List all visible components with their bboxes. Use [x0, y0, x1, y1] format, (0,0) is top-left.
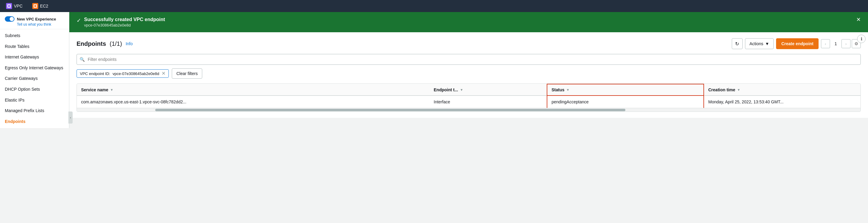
sidebar-collapse-button[interactable]: ‹ [68, 112, 73, 124]
sidebar: New VPC Experience Tell us what you thin… [0, 12, 69, 128]
filter-tag-remove-button[interactable]: ✕ [161, 71, 165, 76]
create-endpoint-button[interactable]: Create endpoint [776, 38, 818, 49]
sort-icon-service: ▼ [110, 88, 113, 92]
sidebar-item-elastic-ips[interactable]: Elastic IPs [0, 95, 69, 106]
sidebar-item-subnets[interactable]: Subnets [0, 30, 69, 41]
sidebar-item-label: Managed Prefix Lists [5, 108, 44, 113]
search-icon: 🔍 [80, 57, 85, 62]
horizontal-scrollbar[interactable] [77, 108, 861, 112]
sidebar-item-endpoints[interactable]: Endpoints [0, 116, 69, 127]
cell-creation-time: Monday, April 25, 2022, 13:53:40 GMT... [704, 96, 861, 108]
table-row[interactable]: com.amazonaws.vpce.us-east-1.vpce-svc-08… [77, 96, 861, 108]
col-header-service-name-label: Service name [81, 87, 108, 92]
sidebar-item-dhcp-option-sets[interactable]: DHCP Option Sets [0, 84, 69, 95]
section-count: (1/1) [110, 40, 122, 47]
sidebar-item-label: Carrier Gateways [5, 76, 38, 81]
vpc-icon [6, 3, 12, 9]
table-header-row: Service name ▼ Endpoint t... ▼ [77, 84, 861, 96]
sidebar-item-egress-only-internet-gateways[interactable]: Egress Only Internet Gateways [0, 63, 69, 73]
new-vpc-experience-toggle[interactable] [5, 16, 14, 22]
prev-page-button[interactable]: ‹ [821, 39, 830, 48]
sidebar-item-carrier-gateways[interactable]: Carrier Gateways [0, 73, 69, 84]
info-link[interactable]: Info [126, 41, 133, 46]
success-banner-content: ✓ Successfully created VPC endpoint vpce… [76, 17, 165, 27]
sidebar-item-label: Internet Gateways [5, 55, 39, 59]
toggle-label: New VPC Experience [5, 16, 64, 22]
sidebar-item-label: Subnets [5, 33, 20, 38]
filter-input[interactable] [76, 54, 861, 65]
pagination: ‹ 1 › ⚙ [821, 39, 861, 48]
ec2-nav-item[interactable]: EC2 [30, 2, 51, 10]
filter-tag: VPC endpoint ID: vpce-07e308645ab2e0e8d … [76, 69, 169, 78]
sidebar-wrapper: New VPC Experience Tell us what you thin… [0, 12, 69, 223]
section-title: Endpoints [76, 40, 106, 47]
svg-point-1 [8, 5, 10, 7]
sidebar-item-label: Endpoints [5, 119, 25, 124]
content-area: Endpoints (1/1) Info ↻ Actions ▼ Create … [69, 32, 868, 118]
col-header-endpoint-type-label: Endpoint t... [434, 87, 458, 92]
chevron-down-icon: ▼ [765, 41, 770, 46]
vpc-label: VPC [14, 4, 23, 8]
sidebar-item-label: Egress Only Internet Gateways [5, 65, 63, 70]
actions-label: Actions [749, 41, 764, 46]
refresh-button[interactable]: ↻ [732, 38, 743, 49]
banner-close-button[interactable]: ✕ [856, 17, 861, 22]
clear-filters-button[interactable]: Clear filters [172, 68, 202, 78]
col-header-status-label: Status [552, 87, 564, 92]
info-icon-button[interactable]: ℹ [857, 35, 866, 43]
page-number: 1 [831, 39, 840, 48]
success-icon: ✓ [76, 17, 81, 24]
col-header-endpoint-type[interactable]: Endpoint t... ▼ [430, 84, 547, 96]
sidebar-item-route-tables[interactable]: Route Tables [0, 41, 69, 52]
col-header-service-name[interactable]: Service name ▼ [77, 84, 430, 96]
refresh-icon: ↻ [735, 41, 739, 47]
col-header-creation-time-label: Creation time [708, 87, 735, 92]
sidebar-item-label: Elastic IPs [5, 98, 24, 102]
cell-status: pendingAcceptance [547, 96, 704, 108]
cell-service-name: com.amazonaws.vpce.us-east-1.vpce-svc-08… [77, 96, 430, 108]
sort-icon-creation: ▼ [737, 88, 740, 92]
vpc-nav-item[interactable]: VPC [4, 2, 25, 10]
section-header: Endpoints (1/1) Info ↻ Actions ▼ Create … [76, 38, 861, 49]
actions-button[interactable]: Actions ▼ [745, 38, 774, 49]
next-page-button[interactable]: › [841, 39, 850, 48]
sidebar-item-label: Route Tables [5, 44, 29, 49]
sidebar-nav: Subnets Route Tables Internet Gateways E… [0, 29, 69, 128]
cell-endpoint-type: Interface [430, 96, 547, 108]
ec2-label: EC2 [40, 4, 48, 8]
top-nav: VPC EC2 [0, 0, 868, 12]
filter-row: VPC endpoint ID: vpce-07e308645ab2e0e8d … [76, 68, 861, 78]
section-title-row: Endpoints (1/1) Info [76, 40, 133, 47]
success-subtitle: vpce-07e308645ab2e0e8d [84, 23, 165, 27]
toggle-text: New VPC Experience [17, 17, 56, 22]
endpoints-table: Service name ▼ Endpoint t... ▼ [77, 84, 861, 108]
scroll-thumb [155, 109, 625, 111]
endpoints-table-container: Service name ▼ Endpoint t... ▼ [76, 84, 861, 112]
search-container: 🔍 [76, 54, 861, 65]
filter-tag-value: vpce-07e308645ab2e0e8d [113, 71, 159, 76]
sort-icon-endpoint: ▼ [460, 88, 463, 92]
sidebar-item-internet-gateways[interactable]: Internet Gateways [0, 52, 69, 63]
header-actions: ↻ Actions ▼ Create endpoint ‹ 1 › ⚙ [732, 38, 861, 49]
ec2-icon [32, 3, 38, 9]
main-layout: New VPC Experience Tell us what you thin… [0, 12, 868, 223]
sidebar-toggle-row: New VPC Experience Tell us what you thin… [0, 12, 69, 29]
svg-point-3 [34, 5, 36, 7]
sort-icon-status: ▼ [566, 88, 569, 92]
sidebar-item-managed-prefix-lists[interactable]: Managed Prefix Lists [0, 105, 69, 116]
filter-tag-label: VPC endpoint ID: [80, 71, 110, 76]
tell-us-link[interactable]: Tell us what you think [5, 22, 64, 27]
sidebar-item-label: DHCP Option Sets [5, 87, 40, 92]
create-endpoint-label: Create endpoint [781, 41, 813, 46]
col-header-creation-time[interactable]: Creation time ▼ [704, 84, 861, 96]
success-text: Successfully created VPC endpoint vpce-0… [84, 17, 165, 27]
success-title: Successfully created VPC endpoint [84, 17, 165, 22]
main-content: ✓ Successfully created VPC endpoint vpce… [69, 12, 868, 223]
success-banner: ✓ Successfully created VPC endpoint vpce… [69, 12, 868, 32]
col-header-status[interactable]: Status ▼ [547, 84, 704, 96]
